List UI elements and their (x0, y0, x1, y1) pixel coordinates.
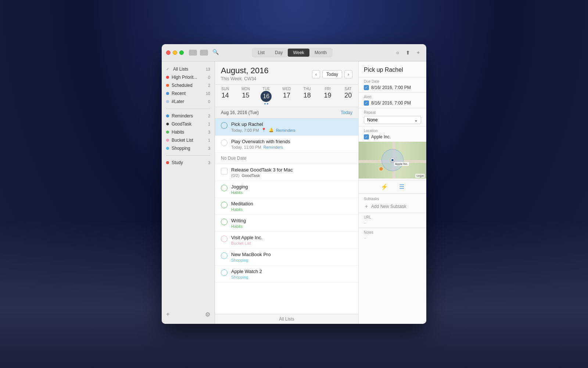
task-checkbox[interactable] (221, 185, 227, 191)
task-item-visit-apple[interactable]: Visit Apple Inc. Bucket List (215, 232, 358, 249)
alert-section: Alert ✓ 8/16/ 2016, 7:00 PM (359, 92, 426, 108)
minimize-button[interactable] (173, 50, 177, 55)
settings-button[interactable]: ⚙ (205, 311, 210, 318)
smart-lists-section: ✓ All Lists 13 High Priorit... 0 Schedul… (162, 64, 215, 106)
day-name: Mon (237, 87, 255, 91)
task-checkbox[interactable] (221, 202, 227, 208)
sidebar-item-bucket-list[interactable]: Bucket List 1 (162, 136, 215, 144)
task-item-pick-up-rachel[interactable]: Pick up Rachel Today, 7:00 PM 📍 🔔 Remind… (215, 118, 358, 136)
task-meta: Shopping (231, 275, 352, 279)
sidebar-footer: + ⚙ (162, 308, 215, 321)
check-icon: ✓ (166, 67, 171, 71)
week-day-fri[interactable]: Fri 19 (318, 85, 338, 107)
week-day-sun[interactable]: Sun 14 (215, 85, 236, 107)
week-day-thu[interactable]: Thu 18 (297, 85, 318, 107)
alert-checkbox[interactable]: ✓ (364, 100, 369, 106)
url-section: URL – (359, 213, 426, 228)
week-day-sat[interactable]: Sat 20 (338, 85, 358, 107)
maximize-button[interactable] (179, 50, 184, 55)
task-item-apple-watch[interactable]: Apple Watch 2 Shopping (215, 266, 358, 283)
add-subtask-button[interactable]: ＋ Add New Subtask (364, 203, 421, 210)
dot-icon (166, 84, 169, 87)
map-legal-text: Legal (415, 174, 425, 178)
due-date-checkbox[interactable]: ✓ (364, 85, 369, 90)
task-list-tag: Reminders (276, 128, 295, 132)
task-title: New MacBook Pro (231, 252, 352, 257)
task-list-tag: Shopping (231, 275, 248, 279)
sidebar-item-later[interactable]: #Later 0 (162, 98, 215, 106)
sidebar-item-goodtask[interactable]: GoodTask 1 (162, 120, 215, 128)
extra-lists-section: Study 3 (162, 158, 215, 167)
task-checkbox[interactable] (221, 269, 227, 276)
location-text: Apple Inc. (371, 134, 391, 139)
task-checkbox[interactable] (221, 219, 227, 225)
task-checkbox[interactable] (221, 139, 227, 146)
sidebar-item-all-lists[interactable]: ✓ All Lists 13 (162, 65, 215, 73)
repeat-select[interactable]: None ⌄ (364, 116, 421, 124)
week-day-mon[interactable]: Mon 15 (236, 85, 256, 107)
sidebar-toggle2-button[interactable] (200, 50, 208, 56)
sidebar-item-reminders[interactable]: Reminders 2 (162, 112, 215, 120)
next-week-button[interactable]: › (344, 70, 352, 78)
calendar-nav: ‹ Today › (312, 70, 352, 78)
tab-list[interactable]: List (252, 49, 270, 57)
task-checkbox[interactable] (221, 122, 227, 129)
task-info: Apple Watch 2 Shopping (231, 269, 352, 279)
sidebar-item-study[interactable]: Study 3 (162, 159, 215, 167)
task-list-tag: Bucket List (231, 241, 251, 245)
map-container[interactable]: Apple Inc. Legal (359, 142, 426, 178)
circle-button[interactable]: ○ (394, 49, 401, 56)
sidebar-toggle-button[interactable] (189, 50, 197, 56)
sidebar-item-high-priority[interactable]: High Priorit... 0 (162, 73, 215, 81)
sidebar: ✓ All Lists 13 High Priorit... 0 Schedul… (162, 61, 215, 324)
task-checkbox[interactable] (221, 236, 227, 242)
task-checkbox[interactable] (221, 252, 227, 259)
task-item-play-overwatch[interactable]: Play Overwatch with friends Today, 11:00… (215, 136, 358, 153)
day-num: 20 (339, 92, 357, 99)
share-button[interactable]: ⬆ (404, 49, 412, 56)
week-day-wed[interactable]: Wed 17 (276, 85, 297, 107)
sidebar-item-label: Recent (172, 91, 206, 96)
bell-icon: 🔔 (269, 128, 274, 132)
repeat-value: None (367, 117, 378, 123)
tab-month[interactable]: Month (309, 49, 332, 57)
add-button[interactable]: ＋ (415, 49, 422, 56)
plus-icon: ＋ (364, 203, 369, 210)
notes-icon[interactable]: ☰ (399, 183, 404, 190)
sidebar-item-count: 2 (208, 83, 210, 88)
subtasks-section: Subtasks ＋ Add New Subtask (359, 194, 426, 213)
task-item-release-goodtask[interactable]: Release GoodTask 3 for Mac (0/2) GoodTas… (215, 164, 358, 181)
due-date-section: Due Date ✓ 8/16/ 2016, 7:00 PM (359, 77, 426, 92)
lightning-icon[interactable]: ⚡ (381, 183, 388, 190)
task-title: Writing (231, 218, 352, 223)
sidebar-item-habits[interactable]: Habits 3 (162, 128, 215, 136)
task-info: Writing Habits (231, 218, 352, 229)
today-button[interactable]: Today (322, 70, 342, 78)
prev-week-button[interactable]: ‹ (312, 70, 320, 78)
day-name: Tue (257, 87, 275, 91)
task-list: Pick up Rachel Today, 7:00 PM 📍 🔔 Remind… (215, 118, 358, 314)
sidebar-divider-2 (166, 155, 210, 156)
task-item-jogging[interactable]: Jogging Habits (215, 181, 358, 198)
location-checkbox[interactable]: ✓ (364, 134, 369, 139)
task-checkbox[interactable] (221, 168, 227, 174)
week-day-tue[interactable]: Tue 16 (256, 85, 276, 107)
app-body: ✓ All Lists 13 High Priorit... 0 Schedul… (162, 61, 426, 324)
search-button[interactable]: 🔍 (212, 49, 220, 56)
task-item-new-macbook[interactable]: New MacBook Pro Shopping (215, 249, 358, 266)
close-button[interactable] (166, 50, 171, 55)
tab-day[interactable]: Day (270, 49, 288, 57)
calendar-footer: All Lists (215, 314, 358, 324)
task-item-meditation[interactable]: Meditation Habits (215, 198, 358, 215)
sidebar-item-shopping[interactable]: Shopping 3 (162, 144, 215, 152)
sidebar-item-recent[interactable]: Recent 10 (162, 89, 215, 98)
task-item-writing[interactable]: Writing Habits (215, 215, 358, 232)
add-list-button[interactable]: + (166, 311, 169, 318)
day-num: 15 (237, 92, 255, 99)
task-today-button[interactable]: Today (341, 110, 352, 115)
tab-week[interactable]: Week (288, 49, 309, 57)
day-name: Thu (298, 87, 316, 91)
day-num-today: 16 (261, 91, 272, 102)
task-time: Today, 7:00 PM (231, 128, 259, 132)
sidebar-item-scheduled[interactable]: Scheduled 2 (162, 81, 215, 89)
